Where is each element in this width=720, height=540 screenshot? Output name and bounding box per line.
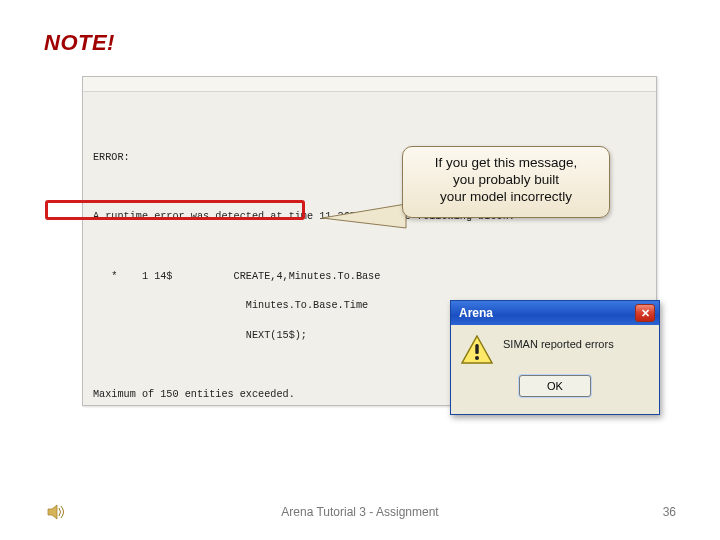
ok-button[interactable]: OK — [519, 375, 591, 397]
advice-callout: If you get this message, you probably bu… — [402, 146, 610, 218]
svg-rect-0 — [475, 344, 478, 354]
warning-icon — [461, 335, 493, 365]
close-button[interactable]: ✕ — [635, 304, 655, 322]
page-number: 36 — [663, 505, 676, 519]
arena-error-dialog: Arena ✕ SIMAN reported errors OK — [450, 300, 660, 415]
callout-line: you probably built — [413, 172, 599, 189]
slide-title: NOTE! — [44, 30, 678, 56]
callout-line: If you get this message, — [413, 155, 599, 172]
footer-text: Arena Tutorial 3 - Assignment — [281, 505, 438, 519]
svg-point-1 — [475, 356, 479, 360]
slide-footer: Arena Tutorial 3 - Assignment 36 — [0, 502, 720, 522]
dialog-titlebar[interactable]: Arena ✕ — [451, 301, 659, 325]
speaker-icon — [46, 502, 66, 522]
callout-line: your model incorrectly — [413, 189, 599, 206]
dialog-title: Arena — [459, 306, 493, 320]
close-icon: ✕ — [641, 307, 650, 320]
callout-pointer — [322, 206, 412, 226]
dialog-message: SIMAN reported errors — [503, 335, 614, 350]
error-highlight-box — [45, 200, 305, 220]
